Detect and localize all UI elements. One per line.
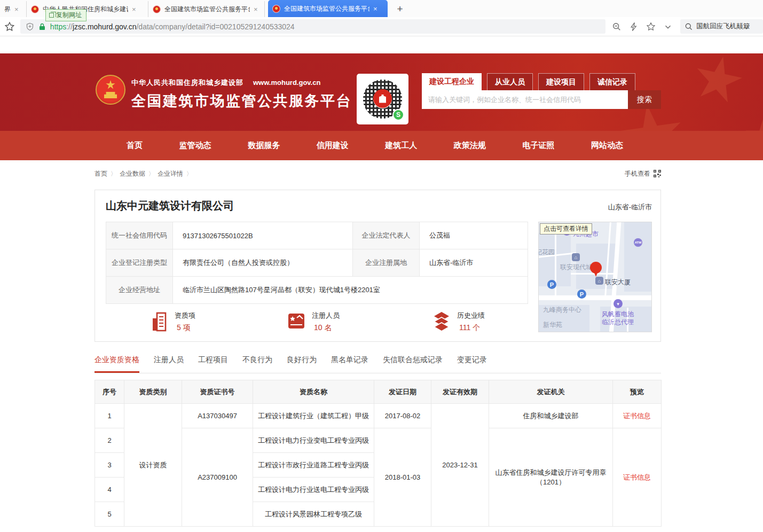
building-icon <box>150 311 169 332</box>
nav-item-certificates[interactable]: 电子证照 <box>522 140 554 151</box>
cell-preview: 证书信息 <box>613 404 662 428</box>
search-category-tabs: 建设工程企业 从业人员 建设项目 诚信记录 <box>422 73 661 90</box>
map-label-garden: 纪花园 <box>538 248 555 257</box>
nav-item-home[interactable]: 首页 <box>127 140 143 151</box>
cell-qual-name: 工程设计建筑行业（建筑工程）甲级 <box>253 404 374 428</box>
field-label: 企业法定代表人 <box>353 222 420 249</box>
bookmark-star-icon[interactable] <box>4 21 15 32</box>
stat-qualifications: 资质项5 项 <box>150 311 195 333</box>
new-tab-button[interactable]: + <box>393 2 407 16</box>
cell-seq: 5 <box>95 502 124 527</box>
url-domain: jzsc.mohurd.gov.cn <box>73 22 137 31</box>
search-tab-credit[interactable]: 诚信记录 <box>589 73 635 90</box>
star-decoration <box>690 53 747 108</box>
breadcrumb-company-data[interactable]: 企业数据 <box>120 169 145 178</box>
tab-title: 界 <box>4 5 11 14</box>
close-icon[interactable]: × <box>254 6 258 13</box>
table-row: 1 设计资质 A137030497 工程设计建筑行业（建筑工程）甲级 2017-… <box>95 404 662 428</box>
quick-search-box[interactable]: 国航回应飞机颠簸 <box>680 19 763 34</box>
tab-good-behavior[interactable]: 良好行为 <box>287 355 317 373</box>
browser-tab-active[interactable]: 全国建筑市场监管公共服务平台 × <box>268 0 388 17</box>
mobile-view-label: 手机查看 <box>625 169 650 178</box>
chevron-down-icon[interactable] <box>663 22 673 32</box>
zoom-out-icon[interactable] <box>612 22 622 32</box>
nav-item-site-news[interactable]: 网站动态 <box>591 140 623 151</box>
search-tab-enterprise[interactable]: 建设工程企业 <box>422 73 482 90</box>
map-label-battery-2: 临沂总代理 <box>602 318 634 327</box>
stat-label: 资质项 <box>175 311 195 320</box>
breadcrumb-company-detail[interactable]: 企业详情 <box>158 169 183 178</box>
cell-qual-name: 工程设计市政行业道路工程专业丙级 <box>253 453 374 478</box>
cell-authority: 住房和城乡建设部 <box>489 404 613 428</box>
legal-rep-value: 公茂福 <box>420 222 528 249</box>
map-label-xinhua: 新华苑 <box>543 320 562 330</box>
browser-tab-bar: 界 × 中华人民共和国住房和城乡建设 × 全国建筑市场监管公共服务平台 × 全国… <box>0 0 763 17</box>
tab-change-records[interactable]: 变更记录 <box>457 355 487 373</box>
tab-bad-behavior[interactable]: 不良行为 <box>242 355 272 373</box>
shield-icon[interactable] <box>26 22 34 31</box>
certificate-info-link[interactable]: 证书信息 <box>623 412 651 420</box>
quick-search-text: 国航回应飞机颠簸 <box>696 22 750 31</box>
tab-blacklist[interactable]: 黑名单记录 <box>331 355 368 373</box>
close-icon[interactable]: × <box>132 6 136 13</box>
favicon-icon <box>31 5 39 13</box>
field-label: 统一社会信用代码 <box>106 222 173 249</box>
cell-category: 设计资质 <box>124 404 182 527</box>
tab-projects[interactable]: 工程项目 <box>198 355 228 373</box>
tab-qualifications[interactable]: 企业资质资格 <box>95 355 139 373</box>
url-path: /data/company/detail?id=0021052912405330… <box>136 22 294 31</box>
col-seq: 序号 <box>95 380 124 404</box>
nav-item-supervision[interactable]: 监管动态 <box>179 140 211 151</box>
search-tab-personnel[interactable]: 从业人员 <box>487 73 533 90</box>
tab-registered-personnel[interactable]: 注册人员 <box>154 355 184 373</box>
certificate-info-link[interactable]: 证书信息 <box>623 473 651 481</box>
stat-label: 历史业绩 <box>457 311 485 320</box>
breadcrumb-home[interactable]: 首页 <box>95 169 107 178</box>
stat-registered-personnel: 注册人员10 名 <box>286 311 340 333</box>
map-label-modern-city: 联安现代城 <box>560 263 592 272</box>
cell-seq: 2 <box>95 428 124 453</box>
map-tooltip: 点击可查看详情 <box>540 223 592 234</box>
close-icon[interactable]: × <box>373 5 377 12</box>
map-label-tower: 联安大厦 <box>605 278 631 287</box>
nav-item-policy[interactable]: 政策法规 <box>454 140 486 151</box>
search-tab-project[interactable]: 建设项目 <box>538 73 584 90</box>
company-region: 山东省-临沂市 <box>608 202 652 212</box>
tab-dishonesty[interactable]: 失信联合惩戒记录 <box>383 355 443 373</box>
lock-icon <box>38 22 46 31</box>
company-name: 山东中元建筑设计有限公司 <box>106 199 234 213</box>
url-scheme: https <box>50 22 66 31</box>
location-map[interactable]: 点击可查看详情 ▾ 九州超市 ATM 纪花园 ⌂ 联安现代城 ⌂ 联安大厦 P … <box>538 222 652 332</box>
browser-tab-0[interactable]: 界 × <box>0 1 27 17</box>
credit-code-value: 91371302675501022B <box>173 222 353 249</box>
nav-item-credit[interactable]: 信用建设 <box>317 140 349 151</box>
location-pin-icon <box>590 262 602 278</box>
site-titles: 中华人民共和国住房和城乡建设部www.mohurd.gov.cn 全国建筑市场监… <box>131 78 352 111</box>
stat-label: 注册人员 <box>312 311 340 320</box>
star-icon[interactable] <box>646 22 656 32</box>
col-cert-no: 资质证书号 <box>182 380 253 404</box>
parking-icon: P <box>577 290 586 299</box>
lightning-icon[interactable] <box>629 22 639 32</box>
cell-preview: 证书信息 <box>613 428 662 527</box>
tab-title: 全国建筑市场监管公共服务平台 <box>284 4 369 13</box>
nav-item-workers[interactable]: 建筑工人 <box>385 140 417 151</box>
star-decoration <box>745 118 763 131</box>
field-label: 企业注册属地 <box>353 249 420 277</box>
col-authority: 发证机关 <box>489 380 613 404</box>
cell-qual-name: 工程设计风景园林工程专项乙级 <box>253 502 374 527</box>
close-icon[interactable]: × <box>14 6 19 13</box>
keyword-search-input[interactable] <box>422 90 628 109</box>
ministry-name: 中华人民共和国住房和城乡建设部 <box>131 79 243 87</box>
reg-region-value: 山东省-临沂市 <box>420 249 528 277</box>
address-bar[interactable]: https://jzsc.mohurd.gov.cn/data/company/… <box>20 19 605 34</box>
browser-tab-2[interactable]: 全国建筑市场监管公共服务平台 × <box>148 1 265 17</box>
detail-tabs: 企业资质资格 注册人员 工程项目 不良行为 良好行为 黑名单记录 失信联合惩戒记… <box>95 355 661 373</box>
mobile-view-button[interactable]: 手机查看 <box>625 169 661 178</box>
certificate-icon <box>286 311 306 331</box>
page: 界 × 中华人民共和国住房和城乡建设 × 全国建筑市场监管公共服务平台 × 全国… <box>0 0 763 532</box>
nav-item-data-service[interactable]: 数据服务 <box>248 140 280 151</box>
cell-seq: 4 <box>95 478 124 502</box>
search-button[interactable]: 搜索 <box>628 90 661 109</box>
url-text: https://jzsc.mohurd.gov.cn/data/company/… <box>50 22 295 31</box>
